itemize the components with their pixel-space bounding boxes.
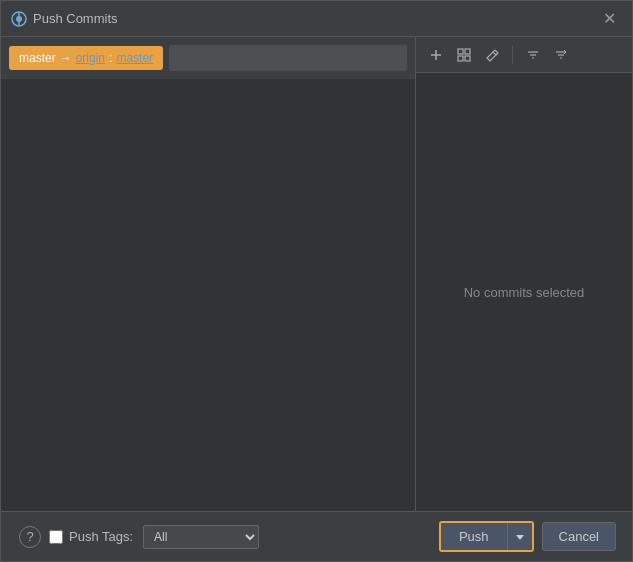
origin-link[interactable]: origin bbox=[76, 51, 105, 65]
push-tags-group: Push Tags: All None Current Branch bbox=[49, 525, 259, 549]
svg-rect-5 bbox=[465, 49, 470, 54]
svg-rect-6 bbox=[458, 56, 463, 61]
source-branch-label: master bbox=[19, 51, 56, 65]
branch-arrow: → bbox=[60, 51, 72, 65]
dest-branch-input[interactable] bbox=[169, 45, 407, 71]
svg-rect-7 bbox=[465, 56, 470, 61]
filter-button[interactable] bbox=[521, 44, 545, 66]
commits-list-area bbox=[1, 79, 415, 511]
main-content: master → origin : master bbox=[1, 37, 632, 511]
right-panel: No commits selected bbox=[416, 37, 632, 511]
push-commits-icon bbox=[11, 11, 27, 27]
action-buttons: Push Cancel bbox=[439, 521, 616, 552]
sort-button[interactable] bbox=[549, 44, 573, 66]
edit-button[interactable] bbox=[480, 44, 504, 66]
push-tags-label: Push Tags: bbox=[69, 529, 133, 544]
no-commits-label: No commits selected bbox=[464, 285, 585, 300]
push-main-button[interactable]: Push bbox=[441, 523, 507, 550]
push-tags-checkbox[interactable] bbox=[49, 530, 63, 544]
branch-selector[interactable]: master → origin : master bbox=[9, 46, 163, 70]
title-bar: Push Commits ✕ bbox=[1, 1, 632, 37]
toolbar-sep bbox=[512, 46, 513, 64]
bottom-bar: ? Push Tags: All None Current Branch Pus… bbox=[1, 511, 632, 561]
commit-detail-area: No commits selected bbox=[416, 73, 632, 511]
dialog-title: Push Commits bbox=[33, 11, 597, 26]
tags-dropdown[interactable]: All None Current Branch bbox=[143, 525, 259, 549]
grid-button[interactable] bbox=[452, 44, 476, 66]
svg-rect-4 bbox=[458, 49, 463, 54]
push-button-group: Push bbox=[439, 521, 534, 552]
help-button[interactable]: ? bbox=[19, 526, 41, 548]
add-button[interactable] bbox=[424, 44, 448, 66]
branch-selector-row: master → origin : master bbox=[1, 37, 415, 79]
close-button[interactable]: ✕ bbox=[597, 7, 622, 30]
push-commits-dialog: Push Commits ✕ master → origin : master bbox=[0, 0, 633, 562]
dest-branch-link[interactable]: master bbox=[116, 51, 153, 65]
push-dropdown-arrow bbox=[516, 535, 524, 540]
push-dropdown-button[interactable] bbox=[507, 523, 532, 550]
cancel-button[interactable]: Cancel bbox=[542, 522, 616, 551]
left-panel: master → origin : master bbox=[1, 37, 416, 511]
right-toolbar bbox=[416, 37, 632, 73]
branch-separator-dot: : bbox=[109, 51, 112, 65]
